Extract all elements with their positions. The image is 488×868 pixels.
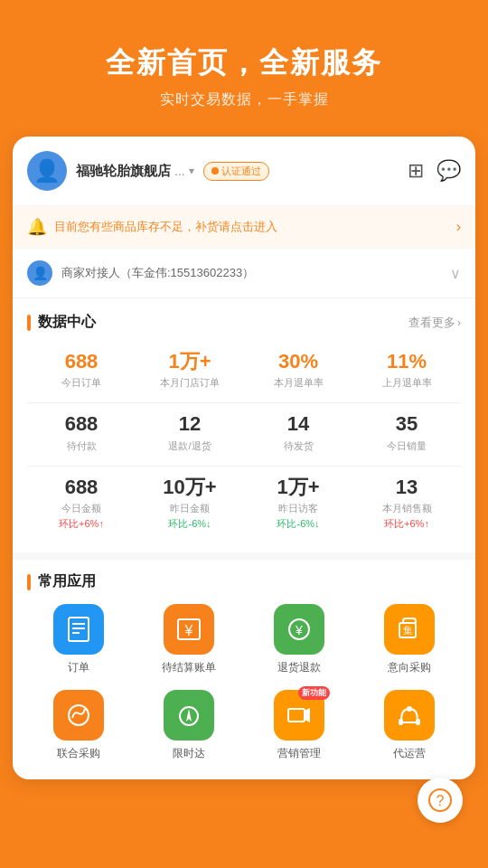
data-row-1: 688 今日订单 1万+ 本月门店订单 30% 本月退单率 11% 上月退单率 (27, 344, 461, 399)
yesterday-amount-label: 昨日金额 (170, 502, 210, 515)
verified-dot (211, 167, 219, 175)
stat-yesterday-amount: 10万+ 昨日金额 环比-6%↓ (136, 470, 244, 540)
float-help-button[interactable]: ? (418, 778, 463, 823)
stat-today-orders: 688 今日订单 (27, 344, 136, 399)
apps-section: 常用应用 订单 (13, 552, 475, 779)
app-refund-label: 退货退款 (277, 660, 321, 675)
store-header: 👤 福驰轮胎旗舰店 ... ▾ 认证通过 ⊞ 💬 (13, 137, 475, 206)
stat-month-sales: 13 本月销售额 环比+6%↑ (352, 470, 461, 540)
yesterday-visitors-trend: 环比-6%↓ (277, 517, 319, 531)
grid-divider-2 (27, 466, 461, 467)
stat-month-store-orders: 1万+ 本月门店订单 (136, 344, 244, 399)
svg-text:?: ? (436, 793, 445, 808)
app-joint-purchase-icon (53, 690, 104, 741)
app-marketing-label: 营销管理 (277, 746, 321, 761)
svg-marker-12 (186, 709, 192, 722)
store-name: 福驰轮胎旗舰店 (76, 163, 171, 180)
view-more-label: 查看更多 (408, 315, 455, 331)
bell-icon: 🔔 (27, 217, 47, 237)
apps-header: 常用应用 (27, 572, 461, 591)
app-time-limited-label: 限时达 (173, 746, 205, 761)
refund-return-label: 退款/退货 (168, 439, 211, 453)
month-sales-value: 13 (396, 476, 418, 499)
month-refund-rate-label: 本月退单率 (274, 376, 324, 390)
month-sales-trend: 环比+6%↑ (384, 517, 429, 531)
yesterday-visitors-label: 昨日访客 (278, 502, 318, 515)
contact-row[interactable]: 👤 商家对接人（车金伟:15513602233） ∨ (13, 249, 475, 298)
yesterday-visitors-value: 1万+ (277, 476, 319, 499)
alert-arrow-icon: › (456, 219, 461, 235)
app-intent-purchase[interactable]: 集 意向采购 (358, 604, 461, 675)
yesterday-amount-value: 10万+ (163, 476, 216, 499)
month-sales-label: 本月销售额 (382, 502, 432, 515)
svg-point-10 (69, 705, 89, 725)
app-pending-bill-icon: ¥ (164, 604, 214, 655)
data-center-section: 数据中心 查看更多 › 688 今日订单 1万+ 本月门店订单 30% (13, 298, 475, 552)
app-marketing[interactable]: 新功能 营销管理 (248, 690, 351, 761)
stat-last-month-refund-rate: 11% 上月退单率 (352, 344, 461, 399)
app-orders-icon (53, 604, 104, 655)
svg-rect-13 (288, 709, 305, 722)
app-joint-purchase[interactable]: 联合采购 (27, 690, 130, 761)
data-center-header: 数据中心 查看更多 › (27, 313, 461, 332)
verified-badge: 认证通过 (203, 162, 269, 181)
last-month-refund-rate-label: 上月退单率 (382, 376, 432, 390)
app-marketing-icon: 新功能 (274, 690, 324, 741)
svg-text:¥: ¥ (184, 623, 193, 638)
chevron-down-icon[interactable]: ▾ (189, 165, 194, 177)
store-avatar: 👤 (27, 151, 67, 191)
app-agency[interactable]: 代运营 (358, 690, 461, 761)
more-arrow-icon: › (457, 316, 461, 329)
app-intent-purchase-icon: 集 (384, 604, 435, 655)
page-title: 全新首页，全新服务 (18, 43, 470, 83)
section-title-row: 数据中心 (27, 313, 96, 332)
svg-rect-18 (400, 722, 418, 723)
yesterday-amount-trend: 环比-6%↓ (168, 517, 211, 531)
alert-text: 目前您有些商品库存不足，补货请点击进入 (54, 219, 456, 235)
apps-title: 常用应用 (38, 572, 96, 591)
month-refund-rate-value: 30% (278, 350, 318, 373)
svg-text:集: 集 (403, 625, 413, 636)
month-store-orders-value: 1万+ (168, 350, 211, 373)
alert-bar[interactable]: 🔔 目前您有些商品库存不足，补货请点击进入 › (13, 206, 475, 249)
app-time-limited-icon (164, 690, 214, 741)
page-subtitle: 实时交易数据，一手掌握 (18, 90, 470, 109)
month-store-orders-label: 本月门店订单 (160, 376, 220, 390)
app-orders[interactable]: 订单 (27, 604, 130, 675)
avatar-icon: 👤 (33, 158, 61, 184)
new-function-badge: 新功能 (298, 686, 330, 700)
contact-icon: 👤 (27, 260, 52, 286)
section-indicator (27, 315, 31, 331)
last-month-refund-rate-value: 11% (387, 350, 427, 373)
view-more-button[interactable]: 查看更多 › (408, 315, 461, 331)
app-agency-icon (384, 690, 435, 741)
verified-label: 认证通过 (221, 165, 261, 178)
svg-point-17 (407, 706, 412, 712)
qr-code-icon[interactable]: ⊞ (408, 159, 424, 183)
apps-title-row: 常用应用 (27, 572, 96, 591)
today-sales-label: 今日销量 (387, 439, 427, 453)
today-amount-label: 今日金额 (61, 502, 101, 515)
apps-grid: 订单 ¥ 待结算账单 (27, 604, 461, 761)
stat-pending-payment: 688 待付款 (27, 407, 136, 461)
data-row-3: 688 今日金额 环比+6%↑ 10万+ 昨日金额 环比-6%↓ 1万+ 昨日访… (27, 470, 461, 540)
refund-return-value: 12 (179, 412, 201, 436)
app-pending-bill[interactable]: ¥ 待结算账单 (137, 604, 240, 675)
store-name-row: 福驰轮胎旗舰店 ... ▾ 认证通过 (76, 162, 408, 181)
stat-today-amount: 688 今日金额 环比+6%↑ (27, 470, 136, 540)
store-icons: ⊞ 💬 (408, 159, 461, 183)
data-row-2: 688 待付款 12 退款/退货 14 待发货 35 今日销量 (27, 407, 461, 461)
today-orders-value: 688 (65, 350, 99, 373)
chat-icon[interactable]: 💬 (436, 159, 461, 183)
contact-chevron-icon: ∨ (450, 265, 461, 282)
today-amount-value: 688 (65, 476, 99, 499)
stat-refund-return: 12 退款/退货 (136, 407, 244, 461)
today-sales-value: 35 (396, 412, 418, 436)
stat-pending-ship: 14 待发货 (244, 407, 352, 461)
today-orders-label: 今日订单 (61, 376, 101, 390)
app-agency-label: 代运营 (393, 746, 426, 761)
app-time-limited[interactable]: 限时达 (137, 690, 240, 761)
pending-ship-value: 14 (287, 412, 309, 436)
pending-payment-value: 688 (65, 412, 99, 436)
app-refund[interactable]: ¥ 退货退款 (248, 604, 351, 675)
